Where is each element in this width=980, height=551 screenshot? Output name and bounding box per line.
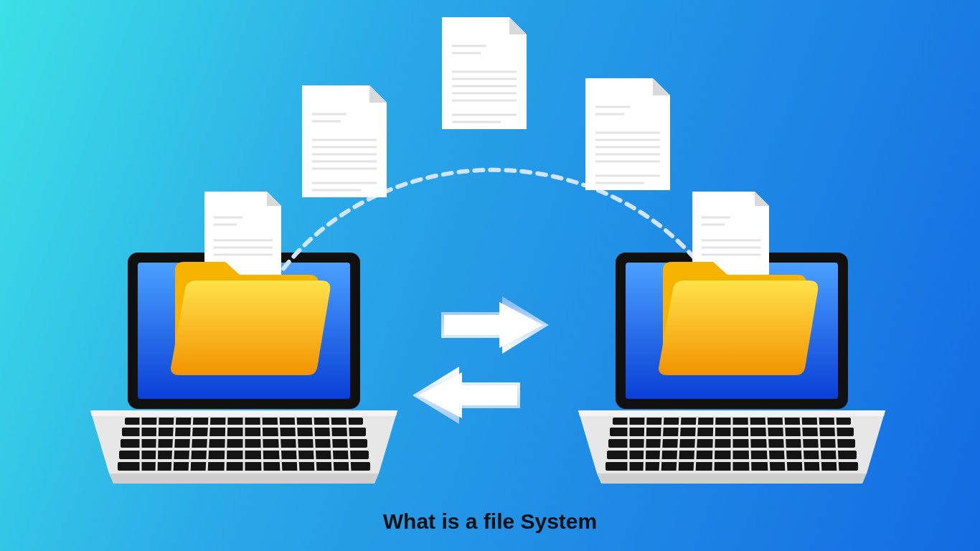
- diagram-canvas: What is a file System: [0, 0, 980, 551]
- arrow-left-icon: [413, 367, 520, 424]
- arrow-right-icon: [441, 296, 549, 354]
- svg-line-71: [749, 416, 750, 472]
- folder-with-document: [151, 190, 337, 377]
- document-icon: [581, 75, 674, 194]
- svg-line-46: [261, 416, 263, 472]
- svg-line-69: [713, 416, 715, 472]
- transfer-arrows: [405, 291, 556, 430]
- svg-line-44: [225, 416, 227, 472]
- document-icon: [438, 14, 531, 133]
- document-icon: [298, 83, 391, 201]
- folder-with-document: [639, 190, 825, 377]
- diagram-caption: What is a file System: [0, 509, 980, 534]
- svg-line-40: [156, 416, 158, 472]
- svg-line-65: [644, 416, 646, 472]
